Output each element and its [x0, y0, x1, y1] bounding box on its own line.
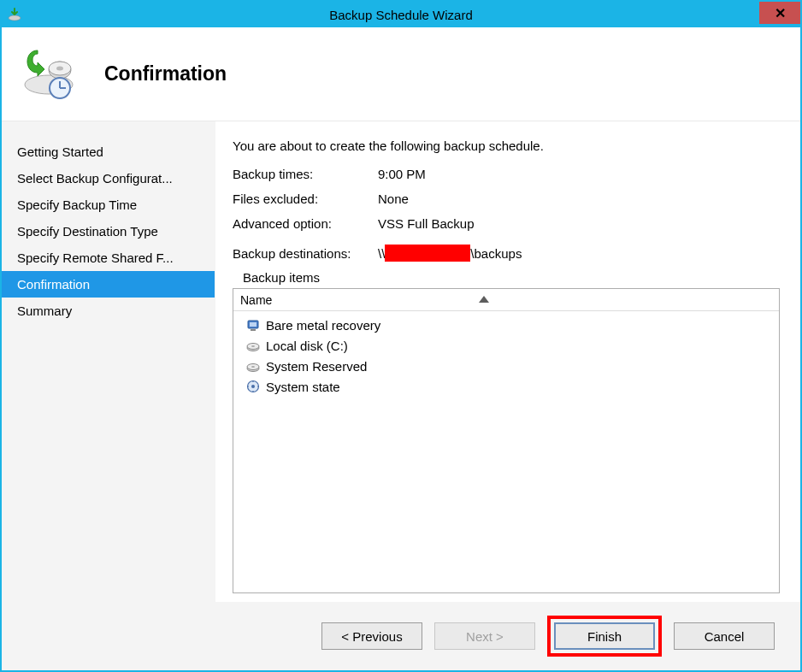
cancel-button[interactable]: Cancel	[674, 622, 775, 650]
wizard-content: You are about to create the following ba…	[215, 121, 800, 602]
list-item[interactable]: System Reserved	[233, 356, 779, 376]
listview-body: Bare metal recovery Local disk (C:)	[233, 311, 779, 592]
svg-point-4	[56, 66, 63, 70]
app-icon	[7, 7, 22, 22]
value-files-excluded: None	[378, 192, 780, 206]
backup-items-label: Backup items	[243, 270, 780, 285]
sidebar-item-select-backup-config[interactable]: Select Backup Configurat...	[2, 165, 215, 192]
wizard-header-icon	[19, 49, 79, 100]
svg-point-0	[9, 15, 21, 21]
field-backup-destinations: Backup destinations: \\ \backups	[233, 245, 780, 262]
wizard-steps-sidebar: Getting Started Select Backup Configurat…	[2, 121, 215, 602]
field-backup-times: Backup times: 9:00 PM	[233, 167, 780, 181]
window-title: Backup Schedule Wizard	[329, 8, 473, 22]
label-backup-destinations: Backup destinations:	[233, 246, 378, 261]
value-backup-destinations: \\ \backups	[378, 245, 780, 262]
sidebar-item-specify-remote-shared[interactable]: Specify Remote Shared F...	[2, 245, 215, 271]
listview-header[interactable]: Name	[233, 289, 779, 311]
wizard-footer: < Previous Next > Finish Cancel	[2, 602, 800, 670]
close-icon: ✕	[775, 5, 786, 21]
close-button[interactable]: ✕	[759, 2, 800, 24]
backup-items-list[interactable]: Name Bare metal recovery	[233, 288, 780, 593]
column-name: Name	[240, 293, 272, 307]
list-item[interactable]: Local disk (C:)	[233, 335, 779, 356]
svg-rect-9	[250, 322, 257, 327]
disk-icon	[245, 358, 261, 374]
list-item-label: System state	[266, 380, 340, 394]
previous-button[interactable]: < Previous	[321, 622, 422, 650]
titlebar: Backup Schedule Wizard ✕	[2, 2, 800, 27]
label-backup-times: Backup times:	[233, 167, 378, 181]
page-title: Confirmation	[104, 62, 227, 85]
list-item[interactable]: System state	[233, 376, 779, 397]
sidebar-item-confirmation[interactable]: Confirmation	[2, 271, 215, 298]
sidebar-item-specify-destination-type[interactable]: Specify Destination Type	[2, 218, 215, 245]
svg-point-13	[251, 345, 255, 347]
dest-prefix: \\	[378, 246, 385, 261]
svg-rect-10	[251, 329, 256, 331]
value-advanced-option: VSS Full Backup	[378, 216, 780, 231]
wizard-header: Confirmation	[2, 27, 800, 121]
bare-metal-icon	[245, 317, 261, 333]
list-item-label: System Reserved	[266, 359, 367, 374]
wizard-window: Backup Schedule Wizard ✕ Confirmation Ge…	[0, 0, 802, 672]
sidebar-item-specify-backup-time[interactable]: Specify Backup Time	[2, 192, 215, 218]
wizard-body: Getting Started Select Backup Configurat…	[2, 121, 800, 602]
disk-icon	[245, 338, 261, 353]
sidebar-item-summary[interactable]: Summary	[2, 298, 215, 324]
list-item[interactable]: Bare metal recovery	[233, 315, 779, 335]
finish-button[interactable]: Finish	[554, 622, 655, 650]
value-backup-times: 9:00 PM	[378, 167, 780, 181]
dest-suffix: \backups	[470, 246, 522, 261]
sort-ascending-icon	[479, 296, 489, 303]
label-files-excluded: Files excluded:	[233, 192, 378, 206]
field-advanced-option: Advanced option: VSS Full Backup	[233, 216, 780, 231]
sidebar-item-getting-started[interactable]: Getting Started	[2, 139, 215, 165]
redacted-hostname	[385, 245, 470, 262]
svg-point-18	[251, 385, 255, 388]
intro-text: You are about to create the following ba…	[233, 139, 780, 153]
next-button: Next >	[434, 622, 535, 650]
svg-point-16	[251, 366, 255, 368]
highlight-annotation: Finish	[547, 616, 662, 657]
label-advanced-option: Advanced option:	[233, 216, 378, 231]
system-state-icon	[245, 379, 261, 394]
list-item-label: Bare metal recovery	[266, 318, 380, 333]
field-files-excluded: Files excluded: None	[233, 192, 780, 206]
list-item-label: Local disk (C:)	[266, 339, 348, 353]
